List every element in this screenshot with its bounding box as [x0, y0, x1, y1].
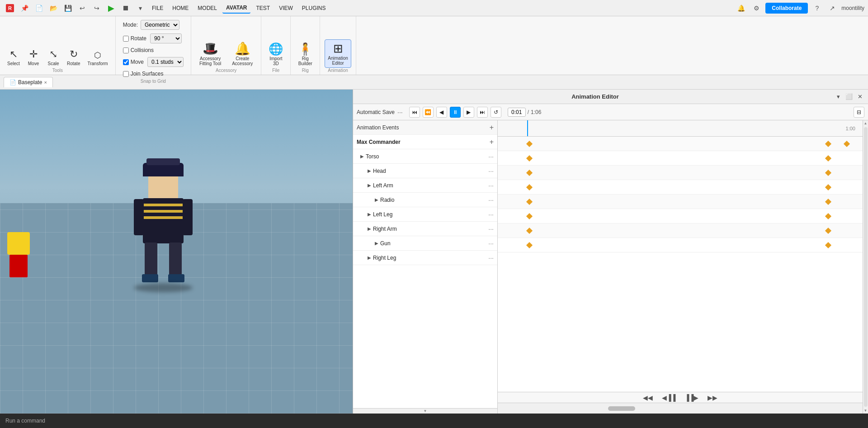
- track-row-right-leg[interactable]: ▶ Right Leg ···: [353, 251, 497, 265]
- notification-bell-icon[interactable]: 🔔: [735, 2, 747, 14]
- track-row-radio[interactable]: ▶ Radio ···: [353, 193, 497, 207]
- command-placeholder[interactable]: Run a command: [5, 418, 45, 424]
- gun-arrow-icon[interactable]: ▶: [375, 241, 378, 246]
- rotate-checkbox[interactable]: [123, 36, 129, 42]
- torso-menu-button[interactable]: ···: [488, 153, 494, 160]
- keyframe-right-leg-1[interactable]: [526, 242, 532, 248]
- radio-arrow-icon[interactable]: ▶: [375, 197, 378, 202]
- left-leg-menu-button[interactable]: ···: [488, 211, 494, 218]
- select-tool-button[interactable]: ↖ Select: [5, 47, 23, 68]
- menu-model[interactable]: MODEL: [194, 3, 221, 13]
- keyframe-right-arm-2[interactable]: [825, 213, 831, 219]
- baseplate-tab[interactable]: 📄 Baseplate ×: [4, 77, 53, 87]
- animation-timeline[interactable]: 1:00: [498, 120, 863, 414]
- scrollbar-thumb-v[interactable]: [864, 127, 868, 407]
- share-icon[interactable]: ↗: [826, 2, 839, 14]
- step-back-button[interactable]: ⏪: [423, 107, 434, 118]
- timeline-row-right-arm[interactable]: [498, 209, 863, 224]
- menu-view[interactable]: VIEW: [275, 3, 297, 13]
- torso-arrow-icon[interactable]: ▶: [360, 154, 364, 159]
- timeline-scroll-left-button[interactable]: ◀▐▐: [662, 394, 676, 401]
- animation-events-row[interactable]: Animation Events +: [353, 120, 497, 135]
- timeline-skip-left-button[interactable]: ◀◀: [643, 394, 653, 401]
- collapse-button[interactable]: ▾: [834, 92, 843, 101]
- keyframe-head-1[interactable]: [526, 155, 532, 162]
- menu-file[interactable]: FILE: [148, 3, 167, 13]
- keyframe-left-arm-1[interactable]: [526, 170, 532, 176]
- collaborate-button[interactable]: Collaborate: [765, 3, 808, 14]
- right-arm-arrow-icon[interactable]: ▶: [368, 226, 371, 231]
- move-checkbox[interactable]: [123, 59, 129, 65]
- dropdown-arrow[interactable]: ▾: [134, 2, 146, 14]
- character-row[interactable]: Max Commander +: [353, 135, 497, 149]
- scrollbar-thumb-h[interactable]: [608, 406, 635, 411]
- play-back-button[interactable]: ◀: [436, 107, 447, 118]
- timeline-row-radio[interactable]: [498, 180, 863, 195]
- settings-icon[interactable]: ⚙: [750, 2, 763, 14]
- track-row-right-arm[interactable]: ▶ Right Arm ···: [353, 222, 497, 236]
- restore-button[interactable]: ⬜: [844, 92, 854, 101]
- current-time-input[interactable]: [508, 108, 526, 117]
- keyframe-gun-2[interactable]: [825, 228, 831, 234]
- redo-icon[interactable]: ↪: [90, 2, 103, 14]
- import-3d-button[interactable]: 🌐 Import3D: [266, 40, 286, 68]
- menu-plugins[interactable]: PLUGINS: [298, 3, 330, 13]
- save-icon[interactable]: 💾: [61, 2, 74, 14]
- keyframe-left-leg-2[interactable]: [825, 199, 831, 205]
- add-event-button[interactable]: +: [490, 124, 494, 132]
- head-menu-button[interactable]: ···: [488, 167, 494, 175]
- new-file-icon[interactable]: 📄: [33, 2, 45, 14]
- keyframe-right-arm-1[interactable]: [526, 213, 532, 219]
- timeline-skip-right-button[interactable]: ▶▶: [708, 394, 717, 401]
- track-row-head[interactable]: ▶ Head ···: [353, 164, 497, 178]
- roblox-logo[interactable]: R: [4, 2, 16, 14]
- open-file-icon[interactable]: 📂: [47, 2, 60, 14]
- keyframe-torso-2[interactable]: [825, 141, 831, 147]
- gun-menu-button[interactable]: ···: [488, 240, 494, 247]
- close-button[interactable]: ✕: [855, 92, 864, 101]
- head-arrow-icon[interactable]: ▶: [368, 168, 371, 173]
- left-arm-arrow-icon[interactable]: ▶: [368, 183, 371, 188]
- playhead[interactable]: [527, 120, 528, 136]
- keyframe-radio-2[interactable]: [825, 184, 831, 190]
- quick-access-pin[interactable]: 📌: [18, 2, 31, 14]
- timeline-row-gun[interactable]: [498, 224, 863, 238]
- auto-save-menu-button[interactable]: ···: [397, 109, 403, 116]
- menu-home[interactable]: HOME: [169, 3, 192, 13]
- timeline-row-right-leg[interactable]: [498, 238, 863, 252]
- keyframe-head-2[interactable]: [825, 155, 831, 162]
- transform-tool-button[interactable]: ⬡ Transform: [85, 48, 110, 68]
- track-row-left-leg[interactable]: ▶ Left Leg ···: [353, 207, 497, 222]
- add-track-button[interactable]: +: [490, 138, 494, 146]
- timeline-scrollbar-h[interactable]: [498, 403, 863, 414]
- loop-button[interactable]: ↺: [491, 107, 501, 118]
- tracks-scroll-down-area[interactable]: ▼: [353, 408, 497, 414]
- stop-icon[interactable]: ⏹: [119, 2, 132, 14]
- keyframe-radio-1[interactable]: [526, 184, 532, 190]
- accessory-fitting-tool-button[interactable]: 🎩 AccessoryFitting Tool: [196, 39, 225, 68]
- create-accessory-button[interactable]: 🔔 CreateAccessory: [228, 39, 256, 68]
- scroll-down-button[interactable]: ▼: [864, 409, 868, 413]
- right-arm-menu-button[interactable]: ···: [488, 225, 494, 233]
- step-to-end-button[interactable]: ⏭: [477, 107, 488, 118]
- keyframe-right-leg-2[interactable]: [825, 242, 831, 248]
- keyframe-left-leg-1[interactable]: [526, 199, 532, 205]
- keyframe-gun-1[interactable]: [526, 228, 532, 234]
- timeline-scroll-right-button[interactable]: ▐▐▶: [685, 394, 699, 401]
- move-tool-button[interactable]: ✛ Move: [24, 47, 42, 68]
- track-row-left-arm[interactable]: ▶ Left Arm ···: [353, 178, 497, 193]
- timeline-row-torso[interactable]: [498, 137, 863, 151]
- timeline-row-left-leg[interactable]: [498, 195, 863, 209]
- right-leg-arrow-icon[interactable]: ▶: [368, 255, 371, 260]
- animation-editor-button[interactable]: ⊞ AnimationEditor: [325, 39, 351, 68]
- track-row-gun[interactable]: ▶ Gun ···: [353, 236, 497, 251]
- rotate-tool-button[interactable]: ↻ Rotate: [64, 47, 83, 68]
- timeline-row-left-arm[interactable]: [498, 166, 863, 180]
- play-test-icon[interactable]: ▶: [105, 2, 118, 14]
- timeline-row-head[interactable]: [498, 151, 863, 166]
- join-surfaces-checkbox[interactable]: [123, 71, 129, 77]
- keyframe-torso-3[interactable]: [844, 141, 850, 147]
- collisions-checkbox[interactable]: [123, 48, 129, 53]
- rig-builder-button[interactable]: 🧍 RigBuilder: [295, 40, 315, 68]
- radio-menu-button[interactable]: ···: [488, 196, 494, 204]
